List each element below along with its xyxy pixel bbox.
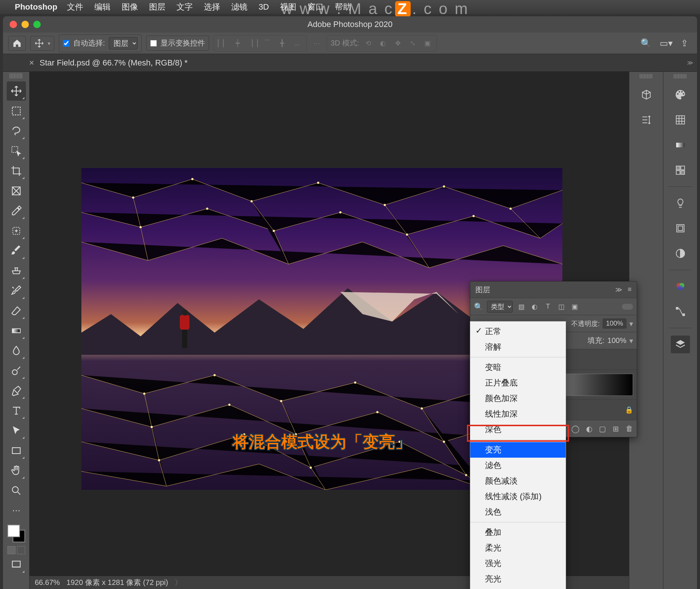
paths-panel-icon[interactable] [671, 303, 690, 320]
menu-3d[interactable]: 3D [259, 2, 269, 12]
blend-opt-linearlight[interactable]: 线性光 [470, 587, 566, 589]
zoom-readout[interactable]: 66.67% [35, 578, 60, 587]
align-top-icon[interactable]: ⎴ [262, 38, 273, 49]
doc-info-readout[interactable]: 1920 像素 x 1281 像素 (72 ppi) [67, 578, 168, 588]
align-right-icon[interactable]: ▕▕ [247, 38, 258, 49]
align-left-icon[interactable]: ▏▏ [218, 38, 229, 49]
align-middle-icon[interactable]: ╋ [277, 38, 288, 49]
home-button[interactable] [8, 36, 26, 51]
document-tab[interactable]: ✕ Star Field.psd @ 66.7% (Mesh, RGB/8) * [29, 58, 188, 68]
standard-mode-icon[interactable] [7, 546, 16, 554]
layers-panel-title[interactable]: 图层 [475, 285, 490, 295]
channels-panel-icon[interactable] [671, 277, 690, 295]
align-bottom-icon[interactable]: ⎵ [292, 38, 303, 49]
dock-a-grip[interactable] [640, 74, 653, 78]
search-icon[interactable]: 🔍 [640, 38, 652, 48]
quickmask-mode-icon[interactable] [17, 546, 25, 554]
lasso-tool[interactable] [7, 121, 26, 141]
layer-filter-select[interactable]: 类型 [487, 301, 513, 313]
libraries-panel-icon[interactable] [671, 219, 690, 237]
collapse-panels-icon[interactable]: ≫ [687, 59, 693, 66]
swatches-panel-icon[interactable] [671, 111, 690, 129]
blend-opt-normal[interactable]: 正常 [470, 324, 566, 339]
blend-opt-darkercolor[interactable]: 深色 [470, 422, 566, 437]
frame-tool[interactable] [7, 181, 26, 201]
blend-opt-overlay[interactable]: 叠加 [470, 525, 566, 540]
blend-opt-dissolve[interactable]: 溶解 [470, 339, 566, 355]
crop-tool[interactable] [7, 161, 26, 181]
gradients-panel-icon[interactable] [671, 136, 690, 154]
new-layer-icon[interactable]: ⊞ [613, 424, 619, 433]
blend-opt-colorburn[interactable]: 颜色加深 [470, 391, 566, 406]
3d-camera-icon[interactable]: ▣ [422, 38, 433, 49]
layer-mask-icon[interactable]: ◯ [571, 424, 579, 433]
eraser-tool[interactable] [7, 301, 26, 320]
blend-mode-dropdown[interactable]: 正常 溶解 变暗 正片叠底 颜色加深 线性加深 深色 变亮 滤色 颜色减淡 线性… [470, 321, 566, 589]
filter-adjust-icon[interactable]: ◐ [530, 302, 539, 312]
patterns-panel-icon[interactable] [671, 161, 690, 179]
clone-stamp-tool[interactable] [7, 261, 26, 280]
eyedropper-tool[interactable] [7, 201, 26, 221]
pen-tool[interactable] [7, 381, 26, 400]
panel-menu-icon[interactable]: ≡ [627, 286, 632, 294]
auto-select-dropdown[interactable]: 图层 [109, 37, 138, 50]
blend-opt-softlight[interactable]: 柔光 [470, 540, 566, 556]
rectangle-tool[interactable] [7, 441, 26, 460]
filter-shape-icon[interactable]: ◫ [556, 302, 566, 312]
healing-brush-tool[interactable] [7, 221, 26, 240]
filter-toggle-icon[interactable] [622, 304, 633, 310]
edit-toolbar-button[interactable]: ⋯ [7, 501, 26, 520]
new-adjustment-icon[interactable]: ◐ [586, 424, 592, 433]
3d-slide-icon[interactable]: ⤡ [407, 38, 418, 49]
marquee-tool[interactable] [7, 101, 26, 121]
show-transform-checkbox[interactable] [150, 40, 157, 47]
menu-layer[interactable]: 图层 [149, 1, 165, 13]
blend-opt-colordodge[interactable]: 颜色减淡 [470, 473, 566, 489]
learn-panel-icon[interactable] [671, 194, 690, 212]
layers-panel-icon[interactable] [671, 336, 690, 353]
history-brush-tool[interactable] [7, 281, 26, 300]
screen-mode-button[interactable] [7, 555, 26, 574]
object-select-tool[interactable] [7, 141, 26, 161]
move-tool[interactable] [7, 81, 26, 101]
hand-tool[interactable] [7, 461, 26, 480]
move-tool-indicator[interactable]: ▾ [30, 36, 54, 51]
app-name[interactable]: Photoshop [15, 2, 57, 12]
menu-filter[interactable]: 滤镜 [231, 1, 248, 13]
menu-edit[interactable]: 编辑 [94, 1, 111, 13]
filter-smart-icon[interactable]: ▣ [570, 302, 579, 312]
tab-close-icon[interactable]: ✕ [29, 59, 34, 67]
new-group-icon[interactable]: ▢ [599, 424, 606, 433]
workspace-icon[interactable]: ▭▾ [660, 38, 673, 48]
menu-image[interactable]: 图像 [122, 1, 138, 13]
share-icon[interactable]: ⇪ [681, 38, 688, 48]
blend-opt-multiply[interactable]: 正片叠底 [470, 375, 566, 391]
3d-pan-icon[interactable]: ✥ [392, 38, 403, 49]
blend-opt-screen[interactable]: 滤色 [470, 458, 566, 473]
opacity-value[interactable]: 100% [603, 319, 626, 329]
blend-opt-hardlight[interactable]: 强光 [470, 556, 566, 571]
dodge-tool[interactable] [7, 361, 26, 380]
more-align-icon[interactable]: ⋯ [311, 38, 322, 49]
gradient-tool[interactable] [7, 321, 26, 340]
path-select-tool[interactable] [7, 421, 26, 440]
zoom-tool[interactable] [7, 481, 26, 500]
filter-type-icon[interactable]: T [543, 302, 553, 312]
foreground-color-swatch[interactable] [7, 525, 20, 537]
align-center-h-icon[interactable]: ┿ [232, 38, 243, 49]
layer-lock-icon[interactable]: 🔒 [625, 406, 633, 414]
blend-opt-vividlight[interactable]: 亮光 [470, 571, 566, 587]
menu-type[interactable]: 文字 [176, 1, 193, 13]
3d-panel-icon[interactable] [637, 86, 656, 104]
blend-opt-linearburn[interactable]: 线性加深 [470, 406, 566, 422]
mask-mode-toggle[interactable] [7, 546, 25, 554]
filter-pixel-icon[interactable]: ▧ [516, 302, 526, 312]
color-swatches[interactable] [7, 524, 26, 543]
3d-roll-icon[interactable]: ◐ [377, 38, 388, 49]
brush-tool[interactable] [7, 241, 26, 260]
doc-info-chevron-icon[interactable]: 〉 [175, 578, 182, 588]
arrange-panel-icon[interactable] [637, 111, 656, 129]
blend-opt-lineardodge[interactable]: 线性减淡 (添加) [470, 489, 566, 504]
fill-value[interactable]: 100% [608, 336, 626, 345]
type-tool[interactable] [7, 401, 26, 420]
